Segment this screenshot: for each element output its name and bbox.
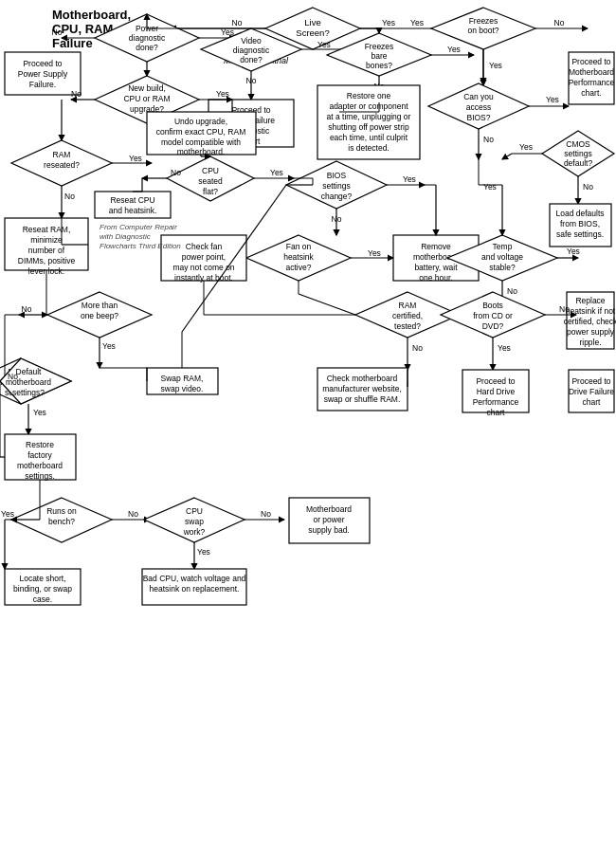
svg-text:Reseat CPU: Reseat CPU bbox=[110, 195, 154, 205]
svg-line-194 bbox=[299, 294, 355, 315]
svg-text:stable?: stable? bbox=[489, 263, 516, 272]
svg-text:or power: or power bbox=[313, 515, 344, 524]
svg-text:adapter or component: adapter or component bbox=[329, 101, 408, 111]
svg-text:seated: seated bbox=[198, 176, 223, 186]
svg-text:Yes: Yes bbox=[129, 154, 142, 163]
svg-text:chart: chart bbox=[583, 397, 602, 407]
svg-text:Boots: Boots bbox=[482, 301, 503, 310]
svg-text:No: No bbox=[8, 372, 18, 381]
svg-text:Yes: Yes bbox=[546, 95, 559, 104]
svg-text:Check fan: Check fan bbox=[186, 242, 223, 251]
svg-text:Video: Video bbox=[241, 36, 262, 46]
svg-text:bare: bare bbox=[371, 51, 387, 61]
svg-text:No: No bbox=[71, 89, 82, 99]
svg-text:work?: work? bbox=[183, 527, 206, 537]
svg-text:No: No bbox=[507, 286, 517, 296]
svg-text:BIOS?: BIOS? bbox=[466, 113, 490, 122]
svg-text:No: No bbox=[64, 192, 75, 201]
svg-text:model compatible with: model compatible with bbox=[161, 137, 241, 147]
svg-text:done?: done? bbox=[240, 55, 263, 64]
svg-text:chart: chart bbox=[487, 408, 506, 417]
svg-text:bench?: bench? bbox=[48, 517, 75, 526]
svg-text:Runs on: Runs on bbox=[46, 506, 77, 516]
svg-text:heatsink on replacement.: heatsink on replacement. bbox=[150, 584, 240, 594]
svg-text:settings?: settings? bbox=[12, 388, 45, 397]
svg-text:certified,: certified, bbox=[392, 311, 423, 320]
svg-text:Yes: Yes bbox=[567, 247, 580, 256]
svg-text:with Diagnostic: with Diagnostic bbox=[100, 232, 151, 241]
svg-text:reseated?: reseated? bbox=[44, 160, 80, 170]
svg-text:Flowcharts Third Edition: Flowcharts Third Edition bbox=[100, 242, 181, 250]
svg-text:No: No bbox=[22, 304, 32, 314]
svg-text:on boot?: on boot? bbox=[467, 26, 498, 35]
svg-text:and heatsink.: and heatsink. bbox=[109, 206, 157, 215]
svg-text:Remove: Remove bbox=[421, 242, 451, 251]
svg-text:Proceed to: Proceed to bbox=[476, 376, 515, 386]
svg-text:DIMMs, positive: DIMMs, positive bbox=[18, 256, 76, 265]
svg-text:at a time, unplugging or: at a time, unplugging or bbox=[327, 112, 411, 121]
svg-text:swap: swap bbox=[185, 517, 204, 526]
svg-text:shutting off power strip: shutting off power strip bbox=[328, 122, 409, 132]
svg-text:change?: change? bbox=[321, 192, 353, 201]
svg-text:CPU: CPU bbox=[202, 166, 219, 175]
svg-text:Freezes: Freezes bbox=[469, 16, 498, 26]
svg-text:settings.: settings. bbox=[25, 471, 55, 481]
svg-text:from BIOS,: from BIOS, bbox=[560, 219, 600, 229]
chart-title: Motherboard, bbox=[52, 8, 131, 22]
svg-text:Yes: Yes bbox=[216, 89, 229, 99]
svg-text:Screen?: Screen? bbox=[296, 27, 329, 38]
svg-text:ripple.: ripple. bbox=[579, 338, 601, 347]
svg-text:Default: Default bbox=[16, 367, 43, 376]
svg-text:No: No bbox=[171, 168, 181, 177]
svg-text:active?: active? bbox=[286, 263, 312, 272]
svg-text:Yes: Yes bbox=[519, 142, 533, 152]
svg-text:No: No bbox=[232, 18, 243, 27]
svg-text:binding, or swap: binding, or swap bbox=[13, 584, 72, 594]
svg-text:factory: factory bbox=[27, 450, 52, 460]
svg-text:Load defaults: Load defaults bbox=[555, 209, 604, 218]
svg-text:from CD or: from CD or bbox=[473, 311, 513, 320]
svg-text:Fan on: Fan on bbox=[286, 242, 312, 251]
svg-text:Yes: Yes bbox=[317, 40, 331, 49]
svg-text:RAM: RAM bbox=[399, 301, 417, 310]
svg-text:Yes: Yes bbox=[1, 509, 14, 519]
svg-text:Undo upgrade,: Undo upgrade, bbox=[174, 117, 227, 126]
svg-text:swap or shuffle RAM.: swap or shuffle RAM. bbox=[324, 394, 401, 404]
svg-text:Yes: Yes bbox=[498, 343, 511, 353]
svg-text:No: No bbox=[483, 135, 494, 144]
svg-text:certified, check: certified, check bbox=[564, 317, 616, 326]
svg-text:New build,: New build, bbox=[128, 83, 166, 93]
svg-text:diagnostic: diagnostic bbox=[233, 46, 270, 55]
svg-text:No: No bbox=[583, 182, 593, 192]
svg-text:Yes: Yes bbox=[368, 248, 381, 258]
svg-text:No: No bbox=[554, 18, 565, 27]
svg-text:Check motherboard: Check motherboard bbox=[327, 374, 398, 383]
svg-text:BIOS: BIOS bbox=[327, 171, 347, 180]
svg-text:No: No bbox=[128, 509, 138, 519]
svg-text:Restore one: Restore one bbox=[347, 91, 391, 101]
svg-text:Proceed to: Proceed to bbox=[23, 59, 62, 68]
live-screen-diamond: Live bbox=[304, 17, 320, 27]
svg-line-276 bbox=[502, 154, 512, 159]
svg-text:manufacturer website,: manufacturer website, bbox=[322, 384, 402, 393]
svg-text:Failure.: Failure. bbox=[29, 80, 56, 89]
svg-text:power supply: power supply bbox=[567, 327, 615, 337]
svg-text:safe settings.: safe settings. bbox=[556, 229, 604, 239]
svg-text:each time, until culprit: each time, until culprit bbox=[330, 133, 408, 142]
svg-text:bones?: bones? bbox=[366, 61, 392, 70]
svg-text:From Computer Repair: From Computer Repair bbox=[100, 223, 177, 231]
svg-text:Can you: Can you bbox=[463, 92, 494, 101]
svg-text:minimize: minimize bbox=[30, 235, 63, 245]
svg-text:Locate short,: Locate short, bbox=[19, 574, 65, 583]
svg-text:No: No bbox=[412, 343, 423, 353]
svg-text:Yes: Yes bbox=[382, 18, 395, 27]
svg-text:No: No bbox=[261, 509, 271, 519]
svg-text:Yes: Yes bbox=[33, 408, 46, 417]
svg-text:Yes: Yes bbox=[483, 182, 497, 192]
svg-text:and voltage: and voltage bbox=[481, 252, 523, 262]
svg-text:power point,: power point, bbox=[182, 252, 226, 262]
svg-text:Yes: Yes bbox=[489, 61, 502, 70]
svg-text:Temp: Temp bbox=[493, 242, 513, 251]
svg-text:CPU: CPU bbox=[186, 506, 203, 516]
svg-text:Motherboard: Motherboard bbox=[306, 504, 352, 514]
